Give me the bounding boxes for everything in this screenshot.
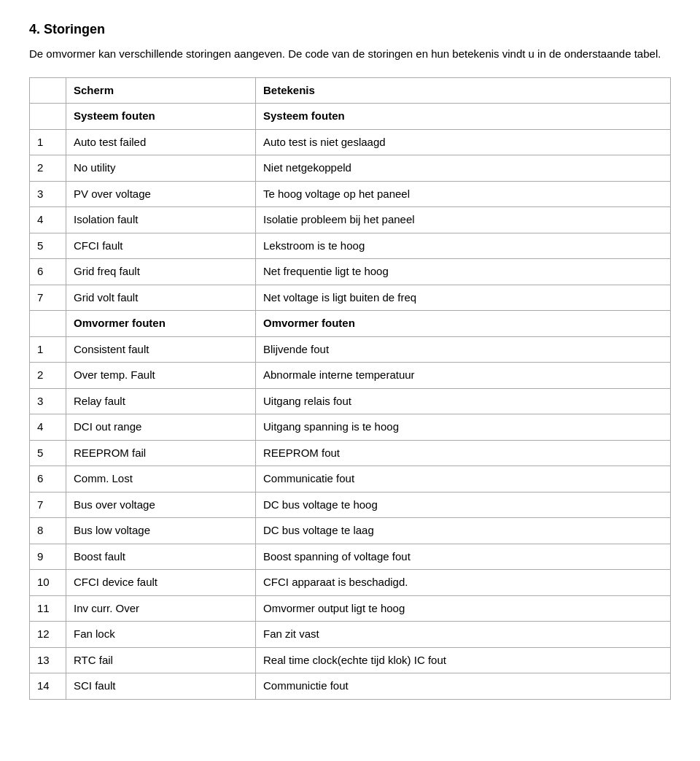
- row-num: 7: [30, 492, 66, 518]
- table-row: 5 CFCI fault Lekstroom is te hoog: [30, 233, 671, 259]
- table-row: 13 RTC fail Real time clock(echte tijd k…: [30, 647, 671, 673]
- header-scherm: Scherm: [66, 77, 256, 104]
- table-row: 5 REEPROM fail REEPROM fout: [30, 440, 671, 466]
- row-num: 5: [30, 233, 66, 259]
- row-scherm: CFCI fault: [66, 233, 256, 259]
- row-betekenis: Lekstroom is te hoog: [256, 233, 671, 259]
- row-num: 6: [30, 466, 66, 492]
- table-row: 10 CFCI device fault CFCI apparaat is be…: [30, 570, 671, 596]
- row-num: 2: [30, 363, 66, 389]
- row-num: 1: [30, 129, 66, 155]
- intro-paragraph: De omvormer kan verschillende storingen …: [29, 46, 671, 63]
- row-betekenis: Communicatie fout: [256, 466, 671, 492]
- row-num: 4: [30, 207, 66, 233]
- row-num: 4: [30, 414, 66, 441]
- row-scherm: Grid freq fault: [66, 259, 256, 285]
- table-row: 6 Grid freq fault Net frequentie ligt te…: [30, 259, 671, 285]
- row-scherm: Inv curr. Over: [66, 595, 256, 622]
- row-scherm: No utility: [66, 155, 256, 182]
- row-scherm: RTC fail: [66, 647, 256, 673]
- row-betekenis: Te hoog voltage op het paneel: [256, 181, 671, 207]
- row-num: 3: [30, 181, 66, 207]
- table-row: 14 SCI fault Communictie fout: [30, 673, 671, 700]
- section-omvormer-scherm-label: Omvormer fouten: [66, 311, 256, 337]
- row-betekenis: Communictie fout: [256, 673, 671, 700]
- row-scherm: Bus over voltage: [66, 492, 256, 518]
- row-num: 10: [30, 570, 66, 596]
- table-row: 12 Fan lock Fan zit vast: [30, 622, 671, 648]
- row-betekenis: Isolatie probleem bij het paneel: [256, 207, 671, 233]
- row-betekenis: Abnormale interne temperatuur: [256, 363, 671, 389]
- row-betekenis: Fan zit vast: [256, 622, 671, 648]
- row-scherm: Over temp. Fault: [66, 363, 256, 389]
- table-row: 11 Inv curr. Over Omvormer output ligt t…: [30, 595, 671, 622]
- row-scherm: Boost fault: [66, 544, 256, 570]
- row-betekenis: Omvormer output ligt te hoog: [256, 595, 671, 622]
- section-system-scherm-label: Systeem fouten: [66, 104, 256, 130]
- row-betekenis: Uitgang spanning is te hoog: [256, 414, 671, 441]
- row-scherm: Auto test failed: [66, 129, 256, 155]
- row-betekenis: CFCI apparaat is beschadigd.: [256, 570, 671, 596]
- row-betekenis: Niet netgekoppeld: [256, 155, 671, 182]
- table-row: 4 Isolation fault Isolatie probleem bij …: [30, 207, 671, 233]
- table-row: 8 Bus low voltage DC bus voltage te laag: [30, 518, 671, 544]
- row-scherm: PV over voltage: [66, 181, 256, 207]
- row-num: 2: [30, 155, 66, 182]
- header-num: [30, 77, 66, 104]
- row-num: 7: [30, 285, 66, 311]
- row-betekenis: Uitgang relais fout: [256, 388, 671, 414]
- row-num: 1: [30, 336, 66, 363]
- row-betekenis: Real time clock(echte tijd klok) IC fout: [256, 647, 671, 673]
- row-betekenis: Net voltage is ligt buiten de freq: [256, 285, 671, 311]
- row-scherm: DCI out range: [66, 414, 256, 441]
- row-betekenis: DC bus voltage te hoog: [256, 492, 671, 518]
- row-scherm: Consistent fault: [66, 336, 256, 363]
- table-row: 1 Consistent fault Blijvende fout: [30, 336, 671, 363]
- section-system-num: [30, 104, 66, 130]
- row-num: 9: [30, 544, 66, 570]
- row-scherm: REEPROM fail: [66, 440, 256, 466]
- page-title: 4. Storingen: [29, 22, 671, 37]
- section-omvormer-num: [30, 311, 66, 337]
- table-row: 2 Over temp. Fault Abnormale interne tem…: [30, 363, 671, 389]
- row-scherm: Fan lock: [66, 622, 256, 648]
- section-omvormer-header: Omvormer fouten Omvormer fouten: [30, 311, 671, 337]
- table-row: 4 DCI out range Uitgang spanning is te h…: [30, 414, 671, 441]
- row-betekenis: Blijvende fout: [256, 336, 671, 363]
- row-scherm: SCI fault: [66, 673, 256, 700]
- row-scherm: Grid volt fault: [66, 285, 256, 311]
- row-num: 11: [30, 595, 66, 622]
- section-system-betekenis-label: Systeem fouten: [256, 104, 671, 130]
- row-scherm: Relay fault: [66, 388, 256, 414]
- row-betekenis: Boost spanning of voltage fout: [256, 544, 671, 570]
- row-betekenis: REEPROM fout: [256, 440, 671, 466]
- row-betekenis: Net frequentie ligt te hoog: [256, 259, 671, 285]
- row-scherm: CFCI device fault: [66, 570, 256, 596]
- row-betekenis: DC bus voltage te laag: [256, 518, 671, 544]
- table-row: 9 Boost fault Boost spanning of voltage …: [30, 544, 671, 570]
- section-omvormer-betekenis-label: Omvormer fouten: [256, 311, 671, 337]
- table-row: 1 Auto test failed Auto test is niet ges…: [30, 129, 671, 155]
- row-num: 14: [30, 673, 66, 700]
- table-row: 3 Relay fault Uitgang relais fout: [30, 388, 671, 414]
- row-num: 6: [30, 259, 66, 285]
- table-row: 6 Comm. Lost Communicatie fout: [30, 466, 671, 492]
- row-num: 5: [30, 440, 66, 466]
- table-row: 7 Grid volt fault Net voltage is ligt bu…: [30, 285, 671, 311]
- row-num: 8: [30, 518, 66, 544]
- storingen-table: Scherm Betekenis Systeem fouten Systeem …: [29, 77, 671, 700]
- table-row: 7 Bus over voltage DC bus voltage te hoo…: [30, 492, 671, 518]
- table-row: 2 No utility Niet netgekoppeld: [30, 155, 671, 182]
- row-num: 3: [30, 388, 66, 414]
- row-betekenis: Auto test is niet geslaagd: [256, 129, 671, 155]
- row-num: 13: [30, 647, 66, 673]
- row-scherm: Comm. Lost: [66, 466, 256, 492]
- row-num: 12: [30, 622, 66, 648]
- row-scherm: Bus low voltage: [66, 518, 256, 544]
- table-header-row: Scherm Betekenis: [30, 77, 671, 104]
- section-system-header: Systeem fouten Systeem fouten: [30, 104, 671, 130]
- table-row: 3 PV over voltage Te hoog voltage op het…: [30, 181, 671, 207]
- header-betekenis: Betekenis: [256, 77, 671, 104]
- row-scherm: Isolation fault: [66, 207, 256, 233]
